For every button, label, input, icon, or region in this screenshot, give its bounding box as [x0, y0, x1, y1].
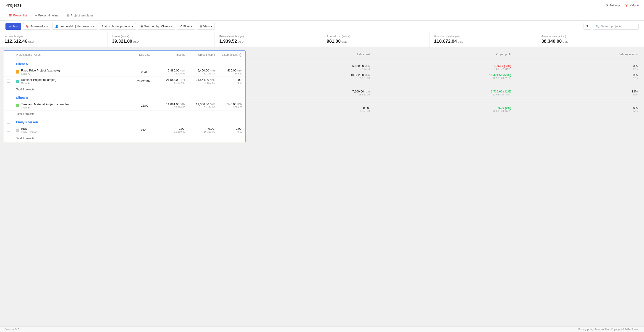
filter-button[interactable]: ⧩ Filter ▾	[177, 23, 195, 30]
timeline-icon: ≡	[35, 14, 37, 17]
table-row: Time and Material Project (example) Clie…	[4, 101, 245, 111]
profit-main: -180.00 (-3%)	[375, 64, 511, 68]
project-color-dot	[16, 104, 19, 107]
margin-sub: 41%	[517, 93, 638, 96]
summary-item: Gross income (budget) 110,672.94USD	[430, 32, 537, 47]
tab-project-timeline[interactable]: ≡ Project timeline	[32, 11, 62, 20]
chevron-down-icon: ▾	[171, 25, 173, 28]
project-name[interactable]: Fixed Price Project (example)	[21, 69, 60, 72]
summary-item: External cost (budget) 1,939.52USD	[215, 32, 322, 47]
bookmarks-button[interactable]: 🔖 Bookmarks ▾	[23, 23, 50, 30]
help-icon: ❓	[624, 4, 628, 7]
filter-icon: ⧩	[180, 25, 182, 28]
group-checkbox[interactable]	[7, 96, 10, 99]
table-card: Project name | Client Due date Income Gr…	[4, 51, 246, 142]
income-main: 0.00	[161, 127, 185, 130]
margin-main: 53%	[517, 73, 638, 77]
project-name[interactable]: Time and Material Project (example)	[21, 103, 69, 106]
group-header-row: Client A	[4, 59, 245, 67]
project-color-dot	[16, 129, 19, 132]
header-due-date: Due date	[131, 51, 158, 59]
project-color-dot	[16, 80, 19, 83]
summary-item: External cost (actual) 981.00USD	[322, 32, 430, 47]
project-name[interactable]: Retainer Project (example)	[21, 78, 56, 82]
chevron-down-icon: ▾	[132, 25, 134, 28]
ext-sub: 0.00	[220, 82, 242, 84]
labor-main: 7,600.0041%	[248, 90, 370, 93]
header-gross-income: Gross income	[188, 51, 218, 59]
project-client: Client A	[21, 72, 60, 75]
view-button[interactable]: ⊟ View ▾	[197, 23, 215, 30]
grid-icon: ⊞	[140, 25, 143, 28]
table-row: Fixed Price Project (example) Client A 0…	[4, 67, 245, 77]
due-date: 08/09	[141, 70, 148, 74]
top-bar-actions: ⚙ Settings ❓ Help	[606, 4, 638, 7]
group-header-row: Client B	[4, 93, 245, 101]
group-checkbox[interactable]	[7, 120, 10, 124]
margin-main: -3%	[517, 64, 638, 68]
total-label: Total 1 projects	[16, 137, 34, 140]
project-checkbox[interactable]	[7, 79, 10, 83]
profit-main: 11,471.50 (53%)	[375, 73, 511, 77]
margin-sub: 67%	[517, 110, 638, 112]
settings-button[interactable]: ⚙ Settings	[606, 4, 620, 7]
due-date: 21/10	[141, 128, 148, 132]
group-name[interactable]: Client A	[16, 62, 28, 66]
profit-sub: 4,088.32 (34%)	[375, 68, 511, 70]
new-button[interactable]: + New	[6, 23, 21, 30]
header-external-cost: External cost i	[218, 51, 245, 59]
margin-sub: 36%	[517, 68, 638, 70]
help-button[interactable]: ❓ Help	[624, 4, 638, 7]
project-client: Client A	[21, 82, 56, 85]
template-icon: ⊞	[67, 14, 69, 17]
header-name: Project name | Client	[13, 51, 131, 59]
right-table-row: 0.00 5,450.00 0.00 (0%) 10,900.00 (67%) …	[246, 105, 640, 114]
ext-sub: 849.52	[220, 72, 242, 75]
project-checkbox[interactable]	[7, 128, 10, 132]
status-button[interactable]: Status: Active projects ▾	[99, 23, 136, 30]
profit-sub: 12,644.00 (39%)	[375, 93, 511, 96]
gross-sub: 51,892.80	[191, 82, 215, 84]
group-name[interactable]: Client B	[16, 96, 28, 100]
gross-sub: 11,256.14	[191, 72, 215, 75]
ext-sub: 0.00	[220, 130, 242, 133]
total-label: Total 1 projects	[16, 112, 34, 116]
profit-sub: 10,900.00 (67%)	[375, 110, 511, 112]
gross-main: 5,450.0048%	[191, 69, 215, 72]
margin-main: 33%	[517, 90, 638, 93]
search-filter-icon-button[interactable]: ⧩	[584, 23, 591, 30]
labor-main: 10,082.5026%	[248, 73, 370, 77]
group-name[interactable]: Emily Pearson	[16, 120, 38, 124]
person-icon: 👤	[55, 25, 58, 28]
due-date: 16/09	[141, 104, 148, 107]
chevron-down-icon: ▾	[191, 25, 192, 28]
leadership-button[interactable]: 👤 Leadership | My projects ▾	[52, 23, 97, 30]
labor-sub: 5,450.00	[248, 110, 370, 112]
project-checkbox[interactable]	[7, 70, 10, 73]
grouped-by-button[interactable]: ⊞ Grouped by: Clients ▾	[138, 23, 176, 30]
ext-main: 0.00	[220, 78, 242, 82]
project-name[interactable]: REST	[21, 127, 37, 130]
group-checkbox[interactable]	[7, 62, 10, 65]
chevron-down-icon: ▾	[211, 25, 212, 28]
project-color-dot	[16, 70, 19, 74]
gross-main: 11,336.0036%	[191, 103, 215, 106]
profit-main: 3,736.00 (31%)	[375, 90, 511, 93]
project-checkbox[interactable]	[7, 104, 10, 107]
total-label: Total 2 projects	[16, 88, 34, 91]
tab-project-templates[interactable]: ⊞ Project templates	[63, 11, 97, 20]
chevron-down-icon: ▾	[46, 25, 48, 28]
tab-project-list[interactable]: ☰ Project list	[6, 11, 30, 20]
view-icon: ⊟	[200, 25, 202, 28]
group-total-row: Total 1 projects	[4, 135, 245, 142]
search-box[interactable]: 🔍 Search projects	[593, 23, 638, 30]
summary-item: Gross income (actual) 38,340.00USD	[537, 32, 644, 47]
header-check	[4, 51, 13, 59]
margin-sub: 25%	[517, 77, 638, 80]
top-bar: Projects ⚙ Settings ❓ Help	[0, 0, 644, 11]
summary-item: Income (actual) 39,321.00USD	[108, 32, 215, 47]
group-header-row: Emily Pearson	[4, 117, 245, 126]
profit-main: 0.00 (0%)	[375, 106, 511, 110]
info-icon[interactable]: i	[239, 54, 242, 57]
nav-tabs: ☰ Project list ≡ Project timeline ⊞ Proj…	[0, 11, 644, 21]
